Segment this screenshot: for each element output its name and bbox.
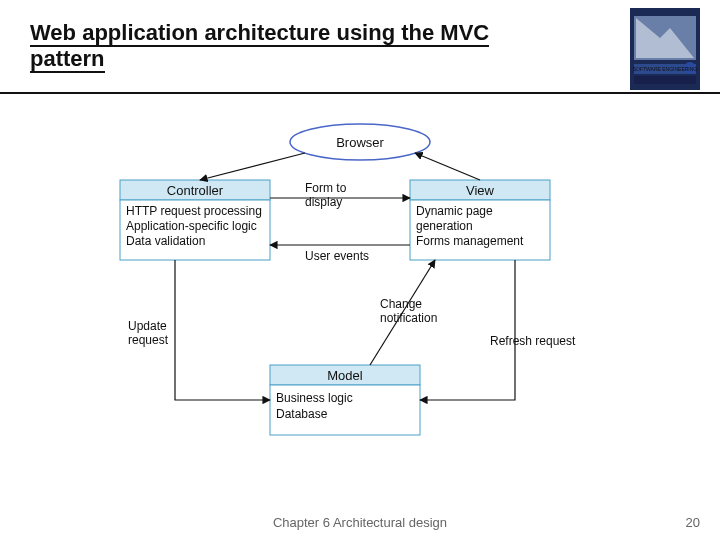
controller-line: Data validation: [126, 234, 205, 248]
label-change-notification-1: Change: [380, 297, 422, 311]
edge-browser-controller: [200, 153, 305, 180]
label-form-to-display-1: Form to: [305, 181, 347, 195]
book-cover-image: SOFTWARE ENGINEERING: [630, 8, 700, 90]
model-line: Database: [276, 407, 328, 421]
view-line: generation: [416, 219, 473, 233]
browser-label: Browser: [336, 135, 384, 150]
label-user-events: User events: [305, 249, 369, 263]
model-box: Model Business logic Database: [270, 365, 420, 435]
label-refresh-request: Refresh request: [490, 334, 576, 348]
slide-title-text: Web application architecture using the M…: [30, 20, 489, 73]
controller-line: HTTP request processing: [126, 204, 262, 218]
label-change-notification-2: notification: [380, 311, 437, 325]
controller-title: Controller: [167, 183, 224, 198]
model-line: Business logic: [276, 391, 353, 405]
footer-text: Chapter 6 Architectural design: [0, 515, 720, 530]
slide: Web application architecture using the M…: [0, 0, 720, 540]
controller-box: Controller HTTP request processing Appli…: [120, 180, 270, 260]
page-number: 20: [686, 515, 700, 530]
label-form-to-display-2: display: [305, 195, 342, 209]
view-line: Dynamic page: [416, 204, 493, 218]
svg-rect-3: [634, 76, 696, 84]
label-update-request-2: request: [128, 333, 169, 347]
view-box: View Dynamic page generation Forms manag…: [410, 180, 550, 260]
edge-refresh-request: [420, 260, 515, 400]
view-title: View: [466, 183, 495, 198]
edge-view-browser: [415, 153, 480, 180]
title-underline: [0, 92, 720, 94]
svg-text:SOFTWARE ENGINEERING: SOFTWARE ENGINEERING: [633, 66, 698, 72]
label-update-request-1: Update: [128, 319, 167, 333]
controller-line: Application-specific logic: [126, 219, 257, 233]
mvc-diagram: Browser Controller HTTP request processi…: [80, 120, 640, 480]
slide-title: Web application architecture using the M…: [30, 20, 550, 72]
model-title: Model: [327, 368, 363, 383]
view-line: Forms management: [416, 234, 524, 248]
edge-update-request: [175, 260, 270, 400]
